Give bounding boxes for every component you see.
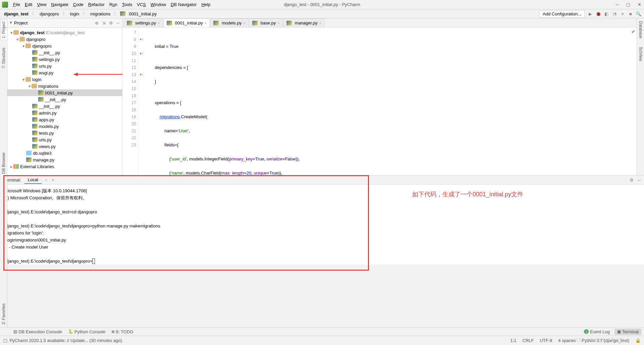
- tree-root[interactable]: django_test: [20, 30, 45, 35]
- menu-code[interactable]: Code: [71, 1, 86, 8]
- tree-login[interactable]: login: [32, 77, 41, 82]
- tab-base[interactable]: base.py×: [249, 18, 283, 27]
- new-terminal-icon[interactable]: ＋: [51, 177, 55, 183]
- tree-init2[interactable]: __init__.py: [45, 97, 66, 102]
- tab-0001-initial[interactable]: 0001_initial.py×: [164, 18, 210, 27]
- inspection-ok-icon[interactable]: ✔: [632, 29, 635, 34]
- close-tab-icon[interactable]: ×: [277, 21, 279, 25]
- tab-event-log[interactable]: 1 Event Log: [584, 329, 610, 334]
- status-bar: ▢ PyCharm 2020.1.5 available: // Update.…: [0, 336, 644, 345]
- profile-icon[interactable]: ◔: [612, 11, 617, 16]
- locate-icon[interactable]: ⊕: [95, 20, 99, 25]
- menu-help[interactable]: Help: [199, 1, 213, 8]
- tree-urls2[interactable]: urls.py: [39, 137, 52, 142]
- menu-edit[interactable]: Edit: [22, 1, 35, 8]
- tree-settings[interactable]: settings.py: [39, 57, 60, 62]
- left-sidebar-bottom: 2: Favorites: [0, 175, 7, 327]
- crumb-2[interactable]: login: [69, 11, 80, 17]
- run-icon[interactable]: ▶: [588, 11, 593, 16]
- project-header-label[interactable]: Project: [10, 20, 28, 25]
- terminal-tab-close-icon[interactable]: ×: [45, 178, 48, 183]
- tree-extlib[interactable]: External Libraries: [20, 164, 54, 169]
- tree-models[interactable]: models.py: [39, 124, 59, 129]
- menu-run[interactable]: Run: [107, 1, 120, 8]
- menu-vcs[interactable]: VCS: [135, 1, 148, 8]
- toolbar: django_test〉 djangopro〉 login〉 migration…: [0, 9, 644, 18]
- crumb-1[interactable]: djangopro: [38, 11, 60, 17]
- tree-apps[interactable]: apps.py: [39, 117, 54, 122]
- hide-icon[interactable]: ─: [116, 20, 119, 25]
- tab-db-console[interactable]: ▤ DB Execution Console: [13, 329, 62, 334]
- menu-tools[interactable]: Tools: [120, 1, 135, 8]
- maximize-icon[interactable]: ▢: [626, 2, 630, 7]
- menubar: File Edit View Navigate Code Refactor Ru…: [0, 0, 644, 9]
- terminal-panel: Terminal: Local × ＋ ⚙─ Microsoft Windows…: [0, 175, 644, 271]
- concurrency-icon[interactable]: ≡: [620, 11, 625, 16]
- tab-dbbrowser[interactable]: DB Browser: [1, 151, 7, 175]
- tree-migrations[interactable]: migrations: [38, 84, 58, 89]
- gear-icon[interactable]: ⚙: [109, 20, 113, 25]
- menu-dbnav[interactable]: DB Navigator: [168, 1, 199, 8]
- tree-manage[interactable]: manage.py: [33, 157, 54, 162]
- close-icon[interactable]: ✕: [638, 2, 641, 7]
- crumb-project[interactable]: django_test: [3, 11, 30, 17]
- project-tree[interactable]: ▾django_testE:\code\django_test ▾djangop…: [7, 28, 122, 175]
- stop-icon[interactable]: ■: [628, 11, 633, 16]
- crumb-3[interactable]: migrations: [89, 11, 112, 17]
- terminal-gear-icon[interactable]: ⚙: [630, 178, 634, 183]
- close-tab-icon[interactable]: ×: [205, 21, 207, 25]
- tree-admin[interactable]: admin.py: [39, 111, 57, 116]
- menu-refactor[interactable]: Refactor: [86, 1, 107, 8]
- tab-python-console[interactable]: 🐍 Python Console: [68, 329, 105, 334]
- menu-navigate[interactable]: Navigate: [49, 1, 70, 8]
- expand-icon[interactable]: ⇲: [102, 20, 106, 25]
- status-lock-icon[interactable]: 🔒: [635, 338, 641, 343]
- tree-djangopro[interactable]: djangopro: [26, 37, 46, 42]
- tab-sciview[interactable]: SciView: [638, 46, 644, 62]
- tab-models[interactable]: models.py×: [210, 18, 249, 27]
- status-indent[interactable]: 4 spaces: [558, 338, 576, 343]
- menu-file[interactable]: File: [11, 1, 22, 8]
- close-tab-icon[interactable]: ×: [243, 21, 245, 25]
- tree-init[interactable]: __init__.py: [39, 50, 60, 55]
- project-pane: Project ⊕ ⇲ ⚙ ─ ▾django_testE:\code\djan…: [7, 18, 122, 175]
- crumb-file[interactable]: 0001_initial.py: [127, 11, 158, 17]
- tab-todo[interactable]: ≣ 6: TODO: [111, 329, 133, 334]
- tab-structure[interactable]: 7: Structure: [1, 46, 7, 70]
- left-sidebar-tabs: 1: Project 7: Structure DB Browser: [0, 18, 7, 175]
- tree-wsgi[interactable]: wsgi.py: [39, 70, 53, 75]
- tree-urls[interactable]: urls.py: [39, 64, 52, 69]
- tab-manager[interactable]: manager.py×: [283, 18, 324, 27]
- watermark-text: CSDN @今晚务必早点睡: [575, 337, 624, 343]
- close-tab-icon[interactable]: ×: [319, 21, 321, 25]
- tree-djangopro2[interactable]: djangopro: [32, 44, 52, 49]
- terminal-body[interactable]: Microsoft Windows [版本 10.0.19044.1706] (…: [0, 185, 644, 265]
- tree-views[interactable]: views.py: [39, 144, 56, 149]
- tab-terminal[interactable]: ▣ Terminal: [614, 329, 641, 335]
- close-tab-icon[interactable]: ×: [158, 21, 160, 25]
- tree-db[interactable]: db.sqlite3: [33, 151, 52, 156]
- coverage-icon[interactable]: ◧: [604, 11, 609, 16]
- tree-0001-initial[interactable]: 0001_initial.py: [45, 90, 73, 95]
- add-configuration-button[interactable]: Add Configuration...: [539, 10, 585, 18]
- status-lineend[interactable]: CRLF: [523, 338, 534, 343]
- menu-window[interactable]: Window: [148, 1, 168, 8]
- tab-project[interactable]: 1: Project: [0, 20, 7, 40]
- tree-tests[interactable]: tests.py: [39, 131, 54, 136]
- tab-settings[interactable]: settings.py×: [124, 18, 163, 27]
- search-icon[interactable]: 🔍: [636, 11, 641, 16]
- right-sidebar-tabs: Database SciView: [637, 18, 644, 175]
- annotation-text: 如下代码，生成了一个0001_initial.py文件: [412, 190, 523, 198]
- tab-database[interactable]: Database: [638, 20, 644, 40]
- status-tool-icon[interactable]: ▢: [3, 338, 7, 343]
- status-message[interactable]: PyCharm 2020.1.5 available: // Update...…: [10, 338, 122, 343]
- status-encoding[interactable]: UTF-8: [540, 338, 552, 343]
- tree-init3[interactable]: __init__.py: [39, 104, 60, 109]
- debug-icon[interactable]: 🐞: [596, 11, 601, 16]
- minimize-icon[interactable]: ─: [616, 2, 619, 7]
- status-position[interactable]: 1:1: [510, 338, 516, 343]
- terminal-hide-icon[interactable]: ─: [638, 178, 641, 183]
- terminal-tab-local[interactable]: Local: [24, 176, 42, 184]
- tab-favorites[interactable]: 2: Favorites: [1, 302, 7, 326]
- menu-view[interactable]: View: [35, 1, 49, 8]
